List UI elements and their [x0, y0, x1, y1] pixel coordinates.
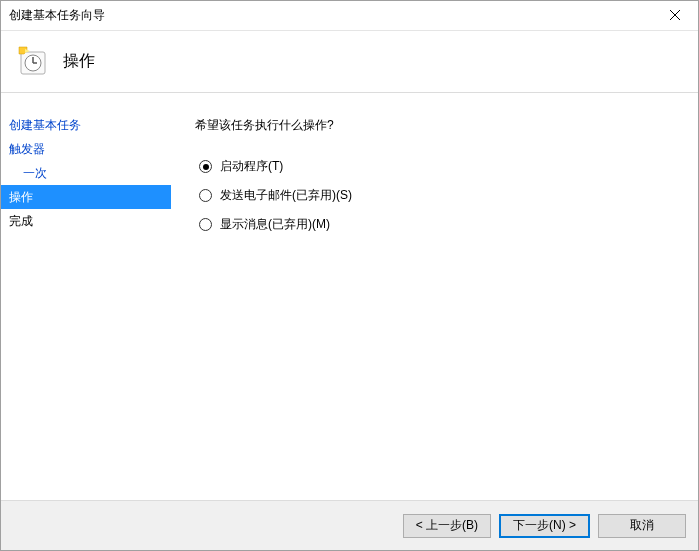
next-button[interactable]: 下一步(N) > [499, 514, 590, 538]
close-icon [670, 9, 680, 23]
step-trigger[interactable]: 触发器 [1, 137, 171, 161]
step-finish: 完成 [1, 209, 171, 233]
radio-icon [199, 189, 212, 202]
action-options: 启动程序(T) 发送电子邮件(已弃用)(S) 显示消息(已弃用)(M) [195, 158, 674, 233]
cancel-button[interactable]: 取消 [598, 514, 686, 538]
wizard-header: 操作 [1, 31, 698, 93]
wizard-content: 希望该任务执行什么操作? 启动程序(T) 发送电子邮件(已弃用)(S) 显示消息… [171, 93, 698, 500]
radio-icon [199, 160, 212, 173]
option-label: 显示消息(已弃用)(M) [220, 216, 330, 233]
radio-icon [199, 218, 212, 231]
option-label: 发送电子邮件(已弃用)(S) [220, 187, 352, 204]
wizard-footer: < 上一步(B) 下一步(N) > 取消 [1, 500, 698, 550]
wizard-steps-sidebar: 创建基本任务 触发器 一次 操作 完成 [1, 93, 171, 500]
option-send-email[interactable]: 发送电子邮件(已弃用)(S) [199, 187, 674, 204]
option-label: 启动程序(T) [220, 158, 283, 175]
close-button[interactable] [652, 1, 698, 31]
step-action[interactable]: 操作 [1, 185, 171, 209]
option-display-message[interactable]: 显示消息(已弃用)(M) [199, 216, 674, 233]
option-start-program[interactable]: 启动程序(T) [199, 158, 674, 175]
wizard-body: 创建基本任务 触发器 一次 操作 完成 希望该任务执行什么操作? 启动程序(T)… [1, 93, 698, 500]
wizard-window: 创建基本任务向导 操作 创建基本任务 触发器 一次 操作 完 [0, 0, 699, 551]
step-create-task[interactable]: 创建基本任务 [1, 113, 171, 137]
window-title: 创建基本任务向导 [9, 7, 652, 24]
task-scheduler-icon [17, 46, 49, 78]
back-button[interactable]: < 上一步(B) [403, 514, 491, 538]
page-heading: 操作 [63, 51, 95, 72]
step-trigger-once[interactable]: 一次 [1, 161, 171, 185]
action-question: 希望该任务执行什么操作? [195, 117, 674, 134]
titlebar: 创建基本任务向导 [1, 1, 698, 31]
